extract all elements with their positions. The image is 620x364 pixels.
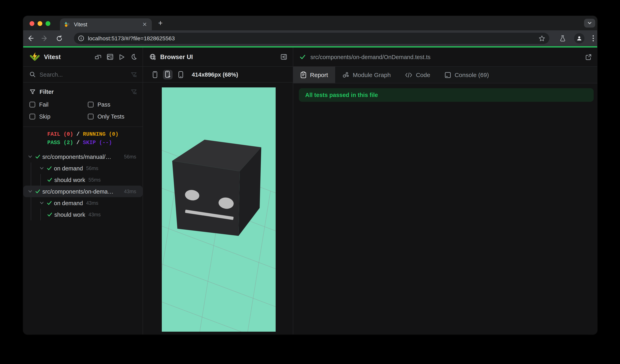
- cube: [172, 140, 261, 236]
- tab-label: Report: [310, 72, 328, 78]
- chevron-down-icon[interactable]: [39, 166, 44, 170]
- url-text[interactable]: localhost:5173/#/?file=1828625563: [88, 35, 539, 42]
- console-icon: [445, 72, 451, 78]
- viewport-size-label: 414x896px (68%): [192, 71, 238, 78]
- pass-count: PASS (2): [47, 140, 73, 146]
- threejs-scene: [162, 87, 276, 332]
- search-input[interactable]: Search...: [40, 71, 131, 78]
- dark-mode-moon-icon[interactable]: [130, 54, 137, 60]
- lab-flask-icon[interactable]: [559, 35, 566, 42]
- page-info-icon[interactable]: [78, 35, 84, 42]
- vitest-favicon: [64, 21, 70, 28]
- tab-console[interactable]: Console (69): [437, 67, 496, 83]
- clear-search-filter-icon[interactable]: [131, 71, 137, 78]
- maximize-window-button[interactable]: [46, 21, 50, 26]
- run-all-icon[interactable]: [119, 54, 125, 60]
- browser-toolbar: localhost:5173/#/?file=1828625563: [23, 30, 597, 46]
- suite-label: on demand: [54, 200, 83, 206]
- dashboard-icon[interactable]: [107, 54, 113, 60]
- filter-option-only-tests[interactable]: Only Tests: [88, 111, 137, 123]
- test-label: should work: [54, 177, 85, 183]
- address-bar[interactable]: localhost:5173/#/?file=1828625563: [74, 33, 549, 44]
- vitest-app: Vitest: [23, 47, 597, 335]
- browser-window: Vitest ✕ +: [23, 16, 597, 335]
- tab-report[interactable]: Report: [293, 67, 335, 83]
- filter-options: Fail Pass Skip Only Tests: [30, 99, 137, 123]
- fail-count: FAIL (0): [47, 131, 73, 137]
- chevron-down-icon: [587, 21, 592, 26]
- minimize-window-button[interactable]: [38, 21, 42, 26]
- browser-tab-vitest[interactable]: Vitest ✕: [60, 18, 152, 30]
- pass-check-icon: [35, 154, 40, 159]
- tab-label: Console (69): [455, 72, 489, 78]
- tab-close-icon[interactable]: ✕: [142, 21, 148, 28]
- report-header: src/components/on-demand/OnDemand.test.t…: [293, 47, 597, 67]
- viewport-preset-small-button[interactable]: [150, 70, 160, 79]
- test-tree: src/components/manual/… 56ms on demand 5…: [23, 151, 143, 220]
- funnel-icon: [30, 89, 36, 95]
- collapse-panel-icon[interactable]: [280, 54, 287, 60]
- chevron-down-icon[interactable]: [39, 201, 44, 205]
- back-button[interactable]: [23, 35, 38, 42]
- viewport-toolbar: 414x896px (68%): [143, 67, 293, 83]
- filter-option-pass[interactable]: Pass: [88, 99, 137, 111]
- filter-option-fail[interactable]: Fail: [30, 99, 88, 111]
- tab-search-button[interactable]: [584, 19, 595, 28]
- banner-text: All tests passed in this file: [305, 92, 378, 98]
- vitest-logo: [30, 52, 40, 62]
- forward-button[interactable]: [38, 35, 52, 42]
- tab-label: Module Graph: [353, 72, 391, 78]
- profile-avatar[interactable]: [574, 33, 584, 44]
- sidebar-header: Vitest: [23, 47, 143, 67]
- tab-code[interactable]: Code: [398, 67, 437, 83]
- pass-check-icon: [47, 177, 52, 182]
- search-icon: [30, 72, 36, 77]
- search-bar[interactable]: Search...: [23, 67, 143, 83]
- sidebar: Vitest: [23, 47, 143, 335]
- tree-row-suite[interactable]: on demand 43ms: [23, 197, 143, 209]
- sidebar-title: Vitest: [44, 53, 61, 60]
- checkbox-label: Pass: [97, 101, 110, 108]
- viewport-preset-add-button[interactable]: [163, 70, 172, 79]
- filter-option-skip[interactable]: Skip: [30, 111, 88, 123]
- tree-row-file-selected[interactable]: src/components/on-dema… 43ms: [23, 186, 143, 197]
- viewport-preset-rotate-button[interactable]: [176, 70, 185, 79]
- indent-guide: [31, 197, 31, 220]
- close-window-button[interactable]: [30, 21, 34, 26]
- report-tabbar: Report Module Graph Code: [293, 67, 597, 83]
- tree-row-suite[interactable]: on demand 56ms: [23, 162, 143, 174]
- duration: 43ms: [124, 189, 136, 194]
- filter-section: Filter Fail Pass: [23, 83, 143, 127]
- checkbox-label: Fail: [39, 101, 48, 108]
- chevron-down-icon[interactable]: [27, 189, 33, 194]
- tree-row-file[interactable]: src/components/manual/… 56ms: [23, 151, 143, 162]
- tree-row-test[interactable]: should work 55ms: [23, 174, 143, 186]
- bookmark-star-icon[interactable]: [539, 35, 545, 42]
- stats-line-2: PASS (2) / SKIP (--): [47, 138, 119, 147]
- collapse-windows-icon[interactable]: [95, 54, 101, 60]
- clear-filter-icon[interactable]: [131, 89, 137, 95]
- reload-button[interactable]: [52, 35, 66, 42]
- external-link-icon[interactable]: [585, 54, 592, 60]
- test-file-path: src/components/on-demand/OnDemand.test.t…: [310, 54, 585, 60]
- test-iframe[interactable]: [162, 87, 276, 332]
- filter-title: Filter: [40, 89, 131, 95]
- chevron-down-icon[interactable]: [27, 154, 33, 159]
- running-count: RUNNING (0): [83, 131, 118, 137]
- checkbox-fail[interactable]: [30, 102, 35, 107]
- tab-module-graph[interactable]: Module Graph: [335, 67, 398, 83]
- duration: 56ms: [124, 154, 136, 160]
- test-stats: FAIL (0) / RUNNING (0) PASS (2) / SKIP (…: [23, 127, 143, 149]
- module-graph-icon: [342, 72, 349, 78]
- indent-guide: [31, 162, 31, 186]
- menu-kebab-icon[interactable]: [592, 35, 594, 42]
- new-tab-button[interactable]: +: [158, 19, 163, 27]
- checkbox-skip[interactable]: [30, 114, 35, 119]
- pass-check-icon: [35, 189, 40, 194]
- test-file-label: src/components/on-dema…: [42, 188, 113, 195]
- stats-line-1: FAIL (0) / RUNNING (0): [47, 130, 119, 138]
- tab-title: Vitest: [74, 21, 142, 27]
- tree-row-test[interactable]: should work 43ms: [23, 209, 143, 220]
- checkbox-pass[interactable]: [88, 102, 93, 107]
- checkbox-only-tests[interactable]: [88, 114, 93, 119]
